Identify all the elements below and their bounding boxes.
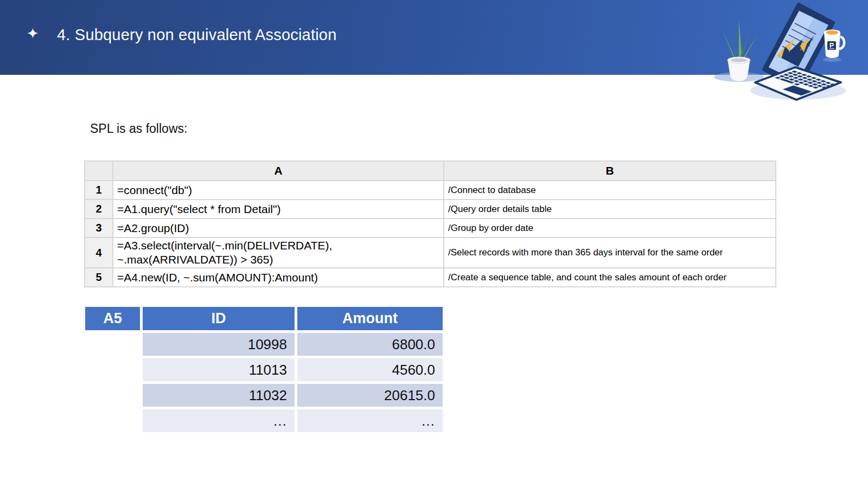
result-cell-id: 10998 [143, 333, 295, 356]
code-line: ~.max(ARRIVALDATE)) > 365) [117, 253, 439, 267]
column-a-header: A [113, 161, 444, 181]
result-cell-id: 11032 [143, 384, 295, 407]
comment-cell: /Query order details table [444, 200, 776, 219]
blank-cell [85, 384, 140, 407]
plant-icon [722, 20, 757, 81]
result-table: A5 ID Amount 10998 6800.0 11013 4560.0 1… [82, 304, 445, 435]
row-number: 4 [85, 237, 113, 268]
blank-cell [85, 409, 140, 432]
spl-row-1: 1 =connect("db") /Connect to database [85, 181, 776, 200]
result-cell-amount: 20615.0 [297, 384, 443, 407]
code-line: =A2.group(ID) [117, 221, 439, 235]
blank-cell [85, 333, 140, 356]
intro-text: SPL is as follows: [90, 121, 187, 136]
comment-cell: /Select records with more than 365 days … [444, 237, 776, 268]
mug-logo-letter: P [829, 42, 834, 49]
code-cell: =A2.group(ID) [113, 219, 444, 237]
code-cell: =A1.query("select * from Detail") [113, 200, 444, 219]
result-header-row: A5 ID Amount [85, 307, 443, 330]
result-corner-cell: A5 [85, 307, 140, 330]
row-number: 1 [85, 181, 113, 200]
result-col-amount: Amount [297, 307, 443, 330]
spl-row-3: 3 =A2.group(ID) /Group by order date [85, 219, 776, 237]
code-cell: =connect("db") [113, 181, 444, 200]
blank-cell [85, 358, 140, 381]
row-number: 2 [85, 200, 113, 219]
result-row-4: … … [85, 409, 443, 432]
comment-cell: /Group by order date [444, 219, 776, 237]
spl-grid-table: A B 1 =connect("db") /Connect to databas… [84, 160, 776, 287]
page-title: 4. Subquery non equivalent Association [57, 26, 336, 44]
row-number: 5 [85, 268, 113, 287]
spl-row-5: 5 =A4.new(ID, ~.sum(AMOUNT):Amount) /Cre… [85, 268, 776, 287]
result-cell-amount: 4560.0 [297, 358, 443, 381]
result-row-3: 11032 20615.0 [85, 384, 443, 407]
laptop-illustration-svg: P [703, 1, 846, 107]
result-row-2: 11013 4560.0 [85, 358, 443, 381]
code-line: =connect("db") [117, 183, 439, 197]
result-cell-id: … [143, 409, 295, 432]
result-row-1: 10998 6800.0 [85, 333, 443, 356]
star-icon: ✦ [27, 27, 39, 41]
code-cell: =A3.select(interval(~.min(DELIVERDATE), … [113, 237, 444, 268]
comment-cell: /Connect to database [444, 181, 776, 200]
result-cell-id: 11013 [143, 358, 295, 381]
result-cell-amount: … [297, 409, 443, 432]
result-col-id: ID [143, 307, 295, 330]
corner-cell [85, 161, 113, 181]
result-cell-amount: 6800.0 [297, 333, 443, 356]
spl-row-2: 2 =A1.query("select * from Detail") /Que… [85, 200, 776, 219]
code-line: =A1.query("select * from Detail") [117, 202, 439, 216]
comment-cell: /Create a sequence table, and count the … [444, 268, 776, 287]
spl-row-4: 4 =A3.select(interval(~.min(DELIVERDATE)… [85, 237, 776, 268]
code-cell: =A4.new(ID, ~.sum(AMOUNT):Amount) [113, 268, 444, 287]
row-number: 3 [85, 219, 113, 237]
column-b-header: B [444, 161, 776, 181]
code-line: =A3.select(interval(~.min(DELIVERDATE), [117, 239, 439, 253]
laptop-illustration: P [703, 1, 846, 107]
mug-icon: P [823, 30, 844, 62]
code-line: =A4.new(ID, ~.sum(AMOUNT):Amount) [117, 271, 439, 285]
